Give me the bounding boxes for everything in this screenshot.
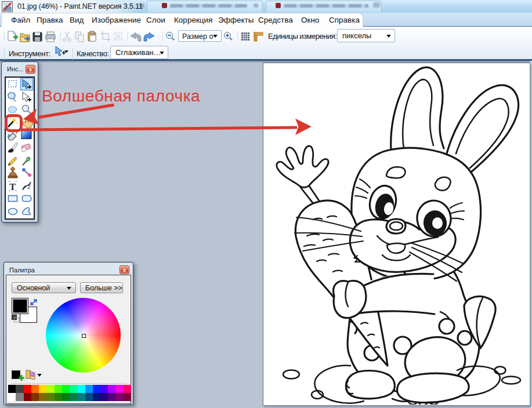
svg-text:2: 2 bbox=[27, 184, 31, 190]
